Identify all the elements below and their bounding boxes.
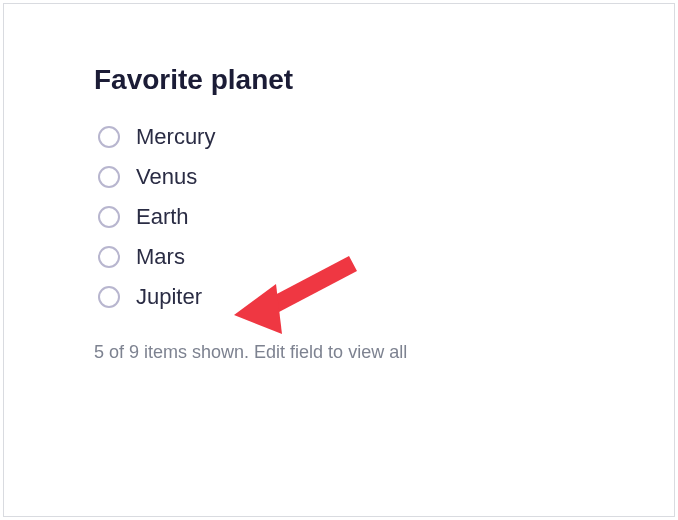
radio-item-mercury[interactable]: Mercury [98,124,584,150]
field-title: Favorite planet [94,64,584,96]
radio-circle-icon [98,286,120,308]
radio-item-mars[interactable]: Mars [98,244,584,270]
radio-item-venus[interactable]: Venus [98,164,584,190]
radio-circle-icon [98,126,120,148]
radio-label: Mars [136,244,185,270]
radio-group: Mercury Venus Earth Mars Jupiter [98,124,584,310]
radio-label: Mercury [136,124,215,150]
radio-item-earth[interactable]: Earth [98,204,584,230]
radio-circle-icon [98,206,120,228]
radio-circle-icon [98,166,120,188]
radio-circle-icon [98,246,120,268]
items-shown-hint: 5 of 9 items shown. Edit field to view a… [94,342,584,363]
radio-item-jupiter[interactable]: Jupiter [98,284,584,310]
radio-label: Venus [136,164,197,190]
radio-label: Jupiter [136,284,202,310]
radio-label: Earth [136,204,189,230]
form-panel: Favorite planet Mercury Venus Earth Mars… [3,3,675,517]
